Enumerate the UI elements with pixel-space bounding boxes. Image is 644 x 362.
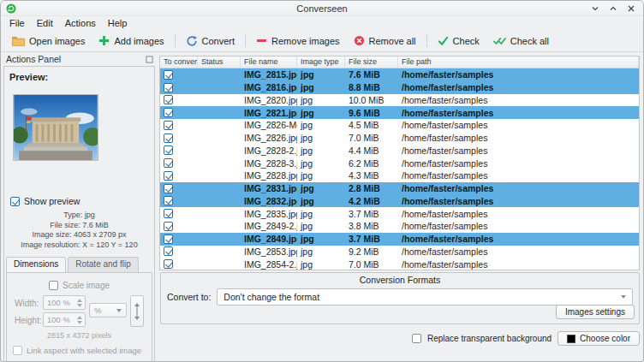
- row-file-name: IMG_2828-3.jpg: [241, 158, 297, 169]
- column-header-image-type[interactable]: Image type: [297, 56, 345, 68]
- row-checkbox[interactable]: [164, 196, 173, 205]
- menu-actions[interactable]: Actions: [59, 17, 102, 29]
- choose-color-button[interactable]: Choose color: [558, 331, 640, 346]
- row-image-type: jpg: [297, 145, 345, 156]
- add-images-button[interactable]: Add images: [92, 33, 170, 49]
- width-spinbox[interactable]: 100 %: [43, 295, 86, 310]
- row-file-path: /home/faster/samples: [398, 158, 639, 169]
- converseen-window: Converseen FileEditActionsHelp Open imag…: [0, 0, 644, 362]
- row-checkbox-cell: [160, 222, 198, 231]
- check-all-button[interactable]: Check all: [486, 33, 556, 49]
- table-row[interactable]: IMG_2831.jpgjpg2.8 MiB/home/faster/sampl…: [160, 182, 639, 195]
- table-row[interactable]: IMG_2826.jpgjpg7.0 MiB/home/faster/sampl…: [160, 132, 639, 145]
- row-checkbox[interactable]: [164, 121, 173, 130]
- row-file-size: 10.0 MiB: [345, 95, 398, 105]
- table-row[interactable]: IMG_2816.jpgjpg8.8 MiB/home/faster/sampl…: [160, 81, 639, 94]
- remove-all-button[interactable]: Remove all: [347, 33, 423, 49]
- menu-file[interactable]: File: [3, 17, 31, 29]
- row-checkbox[interactable]: [164, 70, 173, 80]
- row-checkbox[interactable]: [164, 234, 173, 244]
- row-file-size: 9.6 MiB: [345, 108, 398, 118]
- info-type: Type: jpg: [4, 211, 154, 221]
- table-row[interactable]: IMG_2849.jpgjpg3.7 MiB/home/faster/sampl…: [160, 233, 639, 246]
- maximize-button[interactable]: [607, 3, 619, 15]
- column-header-status[interactable]: Status: [198, 56, 241, 68]
- image-info: Type: jpg File size: 7.6 MiB Image size:…: [4, 211, 154, 250]
- row-checkbox[interactable]: [164, 209, 173, 218]
- table-row[interactable]: IMG_2828-2.jpgjpg4.4 MiB/home/faster/sam…: [160, 145, 639, 157]
- format-combobox[interactable]: Don't change the format: [217, 288, 633, 306]
- row-checkbox-cell: [160, 108, 198, 117]
- row-file-size: 4.5 MiB: [345, 120, 398, 130]
- table-row[interactable]: IMG_2826-Mo...jpg4.5 MiB/home/faster/sam…: [160, 119, 639, 132]
- remove-images-button[interactable]: Remove images: [249, 33, 346, 49]
- row-image-type: jpg: [297, 69, 345, 80]
- row-image-type: jpg: [297, 170, 345, 181]
- tab-dimensions[interactable]: Dimensions: [6, 257, 66, 272]
- menu-edit[interactable]: Edit: [31, 17, 59, 29]
- row-checkbox[interactable]: [164, 158, 173, 168]
- table-row[interactable]: IMG_2832.jpgjpg4.2 MiB/home/faster/sampl…: [160, 195, 639, 208]
- row-file-path: /home/faster/samples: [398, 145, 639, 156]
- row-checkbox[interactable]: [164, 145, 173, 155]
- row-file-path: /home/faster/samples: [398, 209, 639, 219]
- dimensions-tab-content: Scale image Width: 100 % % Height: 100 %: [6, 272, 152, 362]
- table-row[interactable]: IMG_2820.jpgjpg10.0 MiB/home/faster/samp…: [160, 94, 639, 107]
- remove-all-icon: [354, 35, 365, 46]
- images-settings-button[interactable]: Images settings: [556, 305, 635, 319]
- preview-label: Preview:: [9, 72, 154, 82]
- column-header-file-path[interactable]: File path: [398, 56, 639, 68]
- row-checkbox[interactable]: [164, 83, 173, 92]
- height-spinbox[interactable]: 100 %: [43, 312, 86, 327]
- row-checkbox-cell: [160, 95, 198, 104]
- row-file-path: /home/faster/samples: [398, 95, 639, 105]
- table-row[interactable]: IMG_2849-2.jpgjpg3.8 MiB/home/faster/sam…: [160, 220, 639, 233]
- undock-icon[interactable]: [146, 56, 153, 63]
- width-spinner-arrows[interactable]: [77, 299, 82, 307]
- show-preview-checkbox[interactable]: [10, 197, 20, 206]
- row-checkbox[interactable]: [164, 171, 173, 181]
- row-checkbox[interactable]: [164, 108, 173, 117]
- row-file-path: /home/faster/samples: [398, 69, 639, 80]
- row-image-type: jpg: [297, 158, 345, 169]
- link-aspect-checkbox[interactable]: [13, 346, 22, 355]
- row-image-type: jpg: [297, 209, 345, 219]
- row-checkbox-cell: [160, 145, 198, 155]
- row-checkbox[interactable]: [164, 222, 173, 231]
- table-row[interactable]: IMG_2853.jpgjpg9.2 MiB/home/faster/sampl…: [160, 246, 639, 258]
- column-header-file-size[interactable]: File size: [345, 56, 398, 68]
- table-row[interactable]: IMG_2821.jpgjpg9.6 MiB/home/faster/sampl…: [160, 106, 639, 119]
- convert-button[interactable]: Convert: [179, 33, 242, 50]
- open-images-button[interactable]: Open images: [5, 33, 92, 49]
- row-checkbox[interactable]: [164, 95, 173, 104]
- height-spinner-arrows[interactable]: [77, 316, 82, 324]
- row-checkbox-cell: [160, 259, 198, 269]
- check-button[interactable]: Check: [431, 33, 486, 49]
- unit-combobox[interactable]: %: [89, 303, 127, 317]
- table-row[interactable]: IMG_2815.jpgjpg7.6 MiB/home/faster/sampl…: [160, 68, 639, 81]
- table-row[interactable]: IMG_2854-2.jpgjpg7.0 MiB/home/faster/sam…: [160, 258, 639, 270]
- menu-help[interactable]: Help: [102, 17, 134, 29]
- column-header-file-name[interactable]: File name: [241, 56, 297, 68]
- minimize-button[interactable]: [589, 3, 601, 15]
- close-button[interactable]: [625, 3, 637, 15]
- row-file-path: /home/faster/samples: [398, 108, 639, 118]
- preview-image: [13, 94, 98, 161]
- row-checkbox[interactable]: [164, 246, 173, 256]
- scale-image-checkbox[interactable]: [49, 281, 58, 290]
- column-header-to-convert[interactable]: To convert: [160, 56, 198, 68]
- actions-panel-header: Actions Panel: [1, 52, 158, 66]
- row-checkbox[interactable]: [164, 134, 173, 143]
- table-row[interactable]: IMG_2828-3.jpgjpg6.2 MiB/home/faster/sam…: [160, 157, 639, 169]
- row-checkbox[interactable]: [164, 184, 173, 193]
- table-row[interactable]: IMG_2835.jpgjpg3.7 MiB/home/faster/sampl…: [160, 207, 639, 220]
- replace-transparent-checkbox[interactable]: [412, 334, 421, 343]
- row-file-path: /home/faster/samples: [398, 120, 639, 130]
- row-file-size: 8.8 MiB: [345, 82, 398, 92]
- tab-rotate-and-flip[interactable]: Rotate and flip: [68, 257, 139, 272]
- table-row[interactable]: IMG_2828.jpgjpg4.3 MiB/home/faster/sampl…: [160, 169, 639, 182]
- row-checkbox[interactable]: [164, 259, 173, 269]
- link-dimensions-button[interactable]: [130, 295, 144, 327]
- group-title: Conversion Formats: [161, 275, 639, 285]
- title-bar[interactable]: Converseen: [1, 1, 643, 16]
